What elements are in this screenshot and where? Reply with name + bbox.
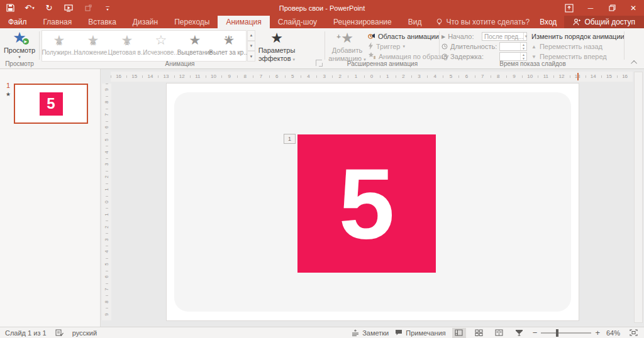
comments-toggle[interactable]: Примечания [395, 329, 446, 337]
chevron-down-icon: ▼ [523, 33, 528, 40]
spell-check-icon[interactable] [55, 329, 64, 337]
workspace: 1 ★ 5 1615141312111098765432101234567891… [0, 69, 644, 327]
fit-to-window-button[interactable] [626, 328, 640, 338]
start-slideshow-icon[interactable] [62, 2, 75, 14]
ruler-tick: 9 [221, 72, 237, 82]
animation-order-badge[interactable]: 1 [284, 134, 296, 144]
tab-Слайд-шоу[interactable]: Слайд-шоу [270, 16, 325, 28]
slide-sorter-view-button[interactable] [472, 328, 486, 338]
reading-view-icon [495, 329, 503, 336]
ruler-tick: 8 [102, 295, 111, 308]
spinner-arrows-icon[interactable]: ▲▼ [520, 53, 526, 60]
share-label: Общий доступ [584, 18, 635, 26]
ruler-tick: 2 [102, 221, 111, 233]
slide-thumbnail-panel: 1 ★ 5 [0, 69, 101, 327]
ruler-tick: 4 [102, 246, 111, 258]
quick-access-toolbar: ↶▾ ↻ ─▾ [4, 0, 114, 16]
slide-number-shape[interactable]: 5 [297, 134, 436, 273]
sign-in-button[interactable]: Вход [532, 16, 564, 28]
move-earlier-button[interactable]: ▲ Переместить назад [531, 41, 626, 52]
slide-thumbnail[interactable]: 5 [14, 84, 88, 124]
horizontal-ruler: 1615141312111098765432101234567891011121… [111, 72, 633, 82]
share-button[interactable]: Общий доступ [564, 16, 644, 28]
zoom-in-button[interactable]: + [595, 328, 600, 337]
zoom-percentage[interactable]: 64% [606, 329, 620, 337]
gallery-item[interactable]: ★Выцветание [178, 31, 212, 61]
ruler-tick: 3 [411, 72, 427, 82]
close-button[interactable]: ✕ [623, 0, 644, 16]
start-value: После пред... [484, 33, 523, 40]
language-indicator[interactable]: русский [72, 329, 97, 337]
gallery-item[interactable]: ★ЖНаложение... [76, 31, 110, 61]
ruler-tick: 12 [553, 72, 569, 82]
gallery-item[interactable]: ★▾▴▾Вылет за кр... [212, 31, 246, 61]
gallery-scroll-down[interactable]: ▼ [247, 41, 255, 52]
dialog-launcher-icon[interactable] [316, 60, 322, 66]
slideshow-view-button[interactable] [513, 328, 526, 338]
spinner-arrows-icon[interactable]: ▲▼ [520, 43, 526, 50]
animation-pane-button[interactable]: Область анимации [368, 31, 438, 41]
button-label: Триггер [376, 43, 400, 50]
ruler-tick: 7 [475, 72, 491, 82]
star-sparkle-icon: ☆ [155, 33, 167, 48]
ruler-tick: 5 [102, 133, 111, 146]
tab-Рецензирование[interactable]: Рецензирование [325, 16, 400, 28]
ruler-tick: 11 [190, 72, 206, 82]
tab-Файл[interactable]: Файл [0, 16, 35, 28]
preview-button[interactable]: ★▶ Просмотр ▾ [1, 30, 38, 60]
ribbon-display-options-icon[interactable] [558, 0, 580, 16]
gallery-item[interactable]: ★АЦветовая в... [110, 31, 144, 61]
ruler-tick: 6 [102, 271, 111, 283]
ruler-tick: 9 [102, 308, 111, 320]
preview-label: Просмотр [4, 46, 35, 54]
customize-qat-icon[interactable]: ─▾ [101, 2, 114, 14]
tab-Вставка[interactable]: Вставка [80, 16, 125, 28]
title-bar: ↶▾ ↻ ─▾ Проверь свои - PowerPoint ─ ✕ [0, 0, 644, 16]
zoom-out-button[interactable]: − [533, 328, 538, 337]
gallery-item[interactable]: ☆Исчезнове... [144, 31, 178, 61]
vertical-scrollbar[interactable] [634, 72, 643, 323]
slide-canvas[interactable]: 1 5 [167, 84, 579, 320]
tell-me-box[interactable]: Что вы хотите сделать? [430, 16, 530, 28]
comments-label: Примечания [406, 329, 446, 337]
zoom-slider-track[interactable] [541, 332, 591, 334]
start-icon: ▶ [441, 34, 445, 40]
preview-star-icon: ★▶ [13, 30, 26, 46]
play-animations-star-icon[interactable]: ★ [4, 91, 13, 97]
ruler-tick: 9 [506, 72, 522, 82]
gallery-scroll-up[interactable]: ▲ [247, 30, 255, 41]
painter-icon [368, 52, 376, 61]
zoom-slider-thumb[interactable] [556, 329, 558, 337]
save-icon[interactable] [4, 2, 16, 14]
tab-Переходы[interactable]: Переходы [166, 16, 218, 28]
redo-icon[interactable]: ↻ [43, 2, 55, 14]
slideshow-icon [515, 329, 523, 336]
tab-Анимация[interactable]: Анимация [218, 16, 269, 28]
thumbnail-meta: 1 ★ [4, 82, 13, 97]
tab-Вид[interactable]: Вид [400, 16, 430, 28]
delay-spinner[interactable]: ▲▼ [499, 52, 527, 61]
ribbon-tab-row: ФайлГлавнаяВставкаДизайнПереходыАнимация… [0, 16, 644, 28]
ruler-tick: 11 [538, 72, 553, 82]
group-label-preview: Просмотр [0, 60, 39, 67]
tab-Главная[interactable]: Главная [35, 16, 80, 28]
ruler-tick: 6 [269, 72, 285, 82]
status-bar: Слайд 1 из 1 русский Заметки Примечания [0, 327, 644, 338]
minimize-button[interactable]: ─ [580, 0, 601, 16]
window-controls: ─ ✕ [558, 0, 644, 16]
zoom-control: − + [533, 328, 600, 337]
tab-Дизайн[interactable]: Дизайн [125, 16, 166, 28]
restore-button[interactable] [601, 0, 623, 16]
start-combobox[interactable]: После пред... ▼ [482, 32, 527, 41]
reading-view-button[interactable] [492, 328, 506, 338]
duration-spinner[interactable]: ▲▼ [499, 42, 527, 51]
undo-icon[interactable]: ↶▾ [23, 2, 36, 14]
slide-counter: Слайд 1 из 1 [5, 329, 47, 337]
collapse-ribbon-button[interactable] [630, 58, 639, 66]
star-letter-icon: ★Ж [53, 33, 65, 48]
ruler-tick: 1 [102, 208, 111, 221]
normal-view-button[interactable] [452, 328, 466, 338]
gallery-item[interactable]: ★ЖПолужирн... [42, 31, 76, 61]
trigger-button[interactable]: Триггер▾ [368, 41, 438, 52]
notes-toggle[interactable]: Заметки [352, 329, 389, 337]
